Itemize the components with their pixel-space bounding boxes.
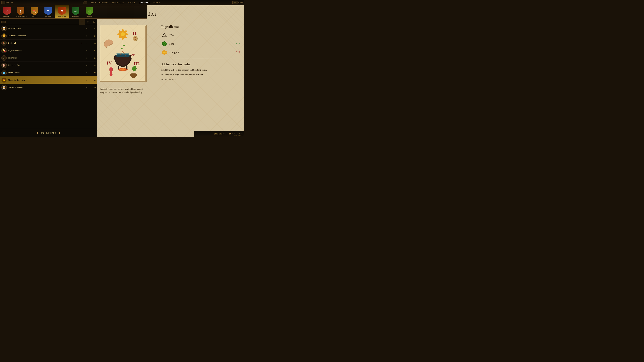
nav-item-player[interactable]: PLAYER [128, 2, 136, 4]
skill-key: L [1, 1, 5, 4]
svg-point-29 [133, 36, 138, 41]
recipe-name-bowmans-brew: Bowman's Brew [8, 27, 78, 30]
tab-other[interactable]: 🛡 Other [41, 5, 55, 18]
recipe-name-hair-dog: Hair o' the Dog [8, 64, 78, 66]
recipe-item-bowmans-brew[interactable]: 🍺 Bowman's Brew 0 45 [0, 25, 97, 32]
recipe-weight-lethean: 100 [90, 72, 96, 74]
longswords-shield-icon: 🗡 [17, 7, 24, 15]
svg-text:IV.: IV. [107, 60, 112, 65]
tab-axes[interactable]: 🪓 Axes [28, 5, 41, 18]
recipe-name-lethean: Lethean Water [8, 71, 78, 74]
nav-items: L2 MAP JOURNAL INVENTORY PLAYER CRAFTING… [84, 1, 161, 4]
recipe-check-cockerel: ✓ [80, 42, 84, 44]
category-tabs: ⚔ Swords 🗡 Longswords 🪓 Axes 🛡 Other ⚗ P… [0, 5, 147, 19]
recipe-count-fever: 0 [85, 57, 89, 59]
global-bottom-bar: L1 R1 Tabs ⚙ Sort ○ Exit THEGAMER [194, 131, 244, 137]
recipes-count-label: 9/24 RECIPES [41, 132, 56, 134]
recipe-item-hair-dog[interactable]: 🐕 Hair o' the Dog 0 45 [0, 62, 97, 69]
top-nav-right: R5 Codex [232, 1, 243, 4]
recipe-item-fever-tonic[interactable]: 🌡 Fever tonic 0 40 [0, 54, 97, 62]
top-nav-left: L Skill Info [1, 1, 13, 4]
nav-item-map[interactable]: MAP [91, 2, 96, 4]
recipe-count-cockerel: 1 [85, 42, 89, 44]
nav-item-inventory[interactable]: INVENTORY [112, 2, 124, 4]
recipe-icon-cockerel: 🐓 [1, 40, 7, 46]
nav-item-journal[interactable]: JOURNAL [99, 2, 109, 4]
detail-panel: ⚗ Marigold decoction [97, 5, 244, 137]
recipe-item-chamomile-decoction[interactable]: 🌼 Chamomile decoction 0 25 [0, 32, 97, 39]
recipe-icon-chamomile: 🌼 [1, 33, 7, 38]
svg-point-31 [110, 67, 112, 68]
recipe-icon-lethean: 💧 [1, 70, 7, 75]
codex-label: Codex [238, 2, 243, 3]
tab-potions-label: Potions [58, 16, 66, 18]
recipe-item-digestive-potion[interactable]: 💊 Digestive Potion 0 25 [0, 47, 97, 54]
recipe-name-saviour: Saviour Schnapps [8, 86, 78, 89]
tabs-label: Tabs [223, 133, 226, 135]
recipe-count-marigold: 0 [85, 79, 89, 81]
sort-icon: ⚙ [229, 132, 231, 135]
filter-sort-check[interactable]: ✓ [79, 19, 85, 25]
recipe-illustration: I. II. III. IV. 2x [100, 25, 146, 82]
tab-potions[interactable]: ⚗ Potions [55, 5, 69, 18]
recipe-item-lethean-water[interactable]: 💧 Lethean Water 0 100 [0, 69, 97, 76]
tab-herbs-label: Herbs [86, 16, 92, 18]
recipe-icon-marigold: 🌻 [1, 77, 7, 83]
nav-item-codex[interactable]: CODEX [154, 2, 161, 4]
recipe-weight-fever: 40 [90, 57, 96, 59]
recipe-icon-bowmans-brew: 🍺 [1, 26, 7, 31]
other-shield-icon: 🛡 [44, 7, 52, 15]
recipe-item-marigold-decoction[interactable]: 🌻 Marigold decoction 0 40 [0, 76, 97, 84]
recipe-weight-cockerel: 45 [90, 42, 96, 44]
next-page-arrow[interactable]: ◆ [59, 131, 60, 134]
tab-longswords[interactable]: 🗡 Longswords [14, 5, 28, 18]
recipe-name-chamomile: Chamomile decoction [8, 34, 78, 37]
recipe-icon-hair-dog: 🐕 [1, 63, 7, 68]
recipe-count-bowmans-brew: 0 [85, 27, 89, 29]
tabs-key-r: R1 [219, 133, 222, 135]
nav-item-crafting[interactable]: CRAFTING [139, 2, 150, 4]
poisons-shield-icon: ☠ [72, 7, 79, 15]
recipe-name-digestive: Digestive Potion [8, 49, 78, 52]
brand-watermark: THEGAMER [233, 135, 243, 136]
top-navigation: L Skill Info L2 MAP JOURNAL INVENTORY PL… [0, 0, 244, 5]
filter-sort-hash[interactable]: # [85, 19, 91, 25]
prev-page-arrow[interactable]: ◆ [36, 131, 38, 134]
filter-sort-grid[interactable]: ⊞ [91, 19, 97, 25]
recipe-item-cockerel[interactable]: 🐓 Cockerel ✓ 1 45 [0, 39, 97, 47]
recipe-name-cockerel: Cockerel [8, 42, 78, 44]
recipe-weight-saviour: 30 [90, 86, 96, 88]
swords-shield-icon: ⚔ [3, 7, 10, 15]
recipe-list: 🍺 Bowman's Brew 0 45 🌼 Chamomile decocti… [0, 25, 97, 129]
recipe-count-chamomile: 0 [85, 35, 89, 37]
recipe-count-lethean: 0 [85, 72, 89, 74]
tab-poisons[interactable]: ☠ Poisons [69, 5, 82, 18]
tab-longswords-label: Longswords [14, 16, 27, 18]
tab-herbs[interactable]: 🌿 Herbs [82, 5, 96, 18]
search-area: A2 [0, 21, 79, 23]
tab-axes-label: Axes [32, 16, 37, 18]
tabs-key-l: L1 [214, 133, 218, 135]
tab-swords[interactable]: ⚔ Swords [0, 5, 14, 18]
recipe-count-digestive: 0 [85, 50, 89, 52]
bottom-action-tabs[interactable]: L1 R1 Tabs [214, 133, 226, 135]
search-key: A2 [1, 21, 6, 23]
recipe-list-footer: ◆ 9/24 RECIPES ◆ [0, 129, 97, 137]
svg-text:II.: II. [133, 31, 138, 36]
recipe-weight-marigold: 40 [90, 79, 96, 81]
recipe-weight-bowmans-brew: 45 [90, 27, 96, 29]
recipe-count-saviour: 0 [85, 86, 89, 88]
tab-poisons-label: Poisons [72, 16, 80, 18]
tab-other-label: Other [45, 16, 51, 18]
svg-point-21 [122, 29, 124, 32]
potions-shield-icon: ⚗ [58, 7, 66, 15]
recipe-weight-hair-dog: 45 [90, 64, 96, 66]
codex-key: R5 [232, 1, 238, 4]
recipe-item-saviour-schnapps[interactable]: 🥃 Saviour Schnapps 0 30 [0, 84, 97, 91]
recipe-icon-digestive: 💊 [1, 48, 7, 53]
svg-point-27 [118, 33, 121, 35]
tab-swords-label: Swords [3, 16, 10, 18]
svg-point-23 [125, 33, 128, 35]
recipe-icon-fever: 🌡 [1, 55, 7, 61]
herbs-shield-icon: 🌿 [86, 7, 93, 15]
